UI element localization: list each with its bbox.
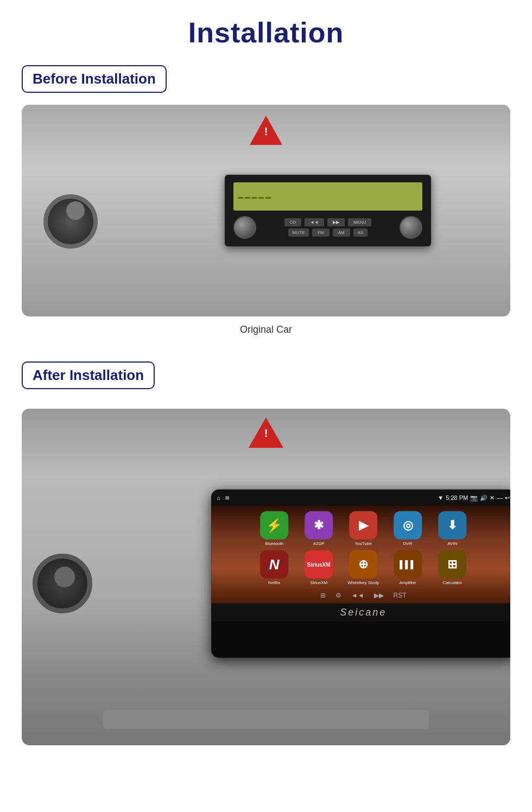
seicane-logo: Seicane — [340, 607, 387, 618]
avin-label: AVIN — [447, 541, 457, 546]
left-knob — [233, 216, 256, 239]
radio-btn-mute: MUTE — [288, 229, 309, 237]
camera-icon: 📷 — [470, 494, 478, 501]
status-time: ▼ 5:28 PM 📷 🔊 ✕ — ↩ — [438, 494, 510, 501]
app-netflix[interactable]: N Netflix — [255, 550, 293, 585]
before-installation-badge: Before Installation — [22, 65, 167, 93]
volume-icon: 🔊 — [480, 494, 487, 501]
calculator-icon-img: ⊞ — [438, 550, 466, 579]
steering-center — [66, 201, 85, 220]
amplifier-label: Amplifier — [400, 580, 416, 585]
radio-controls-row: CD ◄◄ ▶▶ MENU MUTE FM AM AS — [233, 216, 422, 239]
app-area: ⚡ Bluetooth ✱ A2DP ▶ YouTube ◎ DVR ⬇ — [211, 506, 510, 604]
before-image-caption: Original Car — [22, 324, 510, 335]
dashboard-bottom-plate — [103, 710, 429, 729]
dvr-label: DVR — [403, 541, 413, 546]
app-row-2: N Netflix SiriusXM SiriusXM ⊕ Wheelkey S… — [218, 550, 509, 585]
radio-btn-fm: FM — [312, 229, 330, 237]
netflix-icon-img: N — [260, 550, 288, 579]
app-amplifier[interactable]: ▌▌▌ Amplifier — [389, 550, 427, 585]
wheelkey-label: Wheelkey Study — [347, 580, 379, 585]
sirius-icon-img: SiriusXM — [305, 550, 333, 579]
app-wheelkey[interactable]: ⊕ Wheelkey Study — [344, 550, 382, 585]
app-avin[interactable]: ⬇ AVIN — [433, 511, 471, 546]
before-installation-image: ! ▬ ▬ ▬ ▬ ▬ CD ◄◄ ▶▶ MENU MUTE FM AM AS — [22, 105, 510, 316]
wheelkey-icon-img: ⊕ — [349, 550, 377, 579]
app-row-1: ⚡ Bluetooth ✱ A2DP ▶ YouTube ◎ DVR ⬇ — [218, 511, 509, 546]
after-steering-center — [54, 567, 75, 587]
after-installation-badge: After Installation — [22, 361, 155, 389]
calculator-label: Calculator — [442, 580, 462, 585]
radio-screen: ▬ ▬ ▬ ▬ ▬ — [233, 182, 422, 211]
after-installation-label: After Installation — [33, 367, 144, 384]
back-icon: ↩ — [505, 494, 510, 501]
avin-icon-img: ⬇ — [438, 511, 466, 540]
app-youtube[interactable]: ▶ YouTube — [344, 511, 382, 546]
radio-btn-fwd: ▶▶ — [327, 218, 345, 226]
app-a2dp[interactable]: ✱ A2DP — [300, 511, 338, 546]
before-installation-label: Before Installation — [33, 71, 156, 87]
youtube-label: YouTube — [354, 541, 371, 546]
app-sirius[interactable]: SiriusXM SiriusXM — [300, 550, 338, 585]
after-installation-image: ! ⌂ ≋ ▼ 5:28 PM 📷 🔊 ✕ — ↩ — [22, 409, 510, 745]
radio-btn-as: AS — [353, 229, 368, 237]
a2dp-label: A2DP — [313, 541, 325, 546]
status-bar: ⌂ ≋ ▼ 5:28 PM 📷 🔊 ✕ — ↩ — [211, 490, 510, 506]
bluetooth-label: Bluetooth — [265, 541, 283, 546]
app-bluetooth[interactable]: ⚡ Bluetooth — [255, 511, 293, 546]
radio-btn-cd: CD — [284, 218, 302, 226]
seicane-branding: Seicane — [211, 604, 510, 621]
radio-btn-am: AM — [333, 229, 350, 237]
page-title: Installation — [22, 16, 510, 49]
youtube-icon-img: ▶ — [349, 511, 377, 540]
wifi-icon: ≋ — [225, 494, 230, 501]
x-icon: ✕ — [490, 494, 495, 501]
amplifier-icon-img: ▌▌▌ — [394, 550, 422, 579]
app-calculator[interactable]: ⊞ Calculator — [433, 550, 471, 585]
nav-icon-1: ⊞ — [320, 592, 326, 599]
radio-buttons-area: CD ◄◄ ▶▶ MENU MUTE FM AM AS — [262, 218, 394, 237]
android-head-unit: ⌂ ≋ ▼ 5:28 PM 📷 🔊 ✕ — ↩ ⚡ Bluetooth — [211, 490, 510, 658]
after-triangle-exclamation: ! — [264, 427, 268, 440]
nav-icon-2: ⚙ — [335, 592, 341, 599]
sirius-label: SiriusXM — [310, 580, 327, 585]
minimize-icon: — — [497, 494, 503, 501]
home-icon: ⌂ — [217, 494, 220, 501]
nav-icon-3: ◄◄ — [351, 592, 364, 599]
app-dvr[interactable]: ◎ DVR — [389, 511, 427, 546]
old-radio-unit: ▬ ▬ ▬ ▬ ▬ CD ◄◄ ▶▶ MENU MUTE FM AM AS — [225, 175, 431, 246]
status-left-icons: ⌂ ≋ — [217, 494, 230, 501]
radio-btn-back: ◄◄ — [305, 218, 324, 226]
nav-icon-4: ▶▶ — [374, 592, 384, 599]
bluetooth-icon-img: ⚡ — [260, 511, 288, 540]
netflix-label: Netflix — [268, 580, 280, 585]
a2dp-icon-img: ✱ — [305, 511, 333, 540]
android-bottom-nav: ⊞ ⚙ ◄◄ ▶▶ RST — [218, 589, 509, 600]
signal-icon: ▼ — [438, 494, 444, 501]
radio-btn-menu: MENU — [348, 218, 372, 226]
right-knob — [400, 216, 422, 239]
nav-icon-5: RST — [394, 592, 407, 599]
dvr-icon-img: ◎ — [394, 511, 422, 540]
triangle-exclamation: ! — [264, 125, 268, 138]
